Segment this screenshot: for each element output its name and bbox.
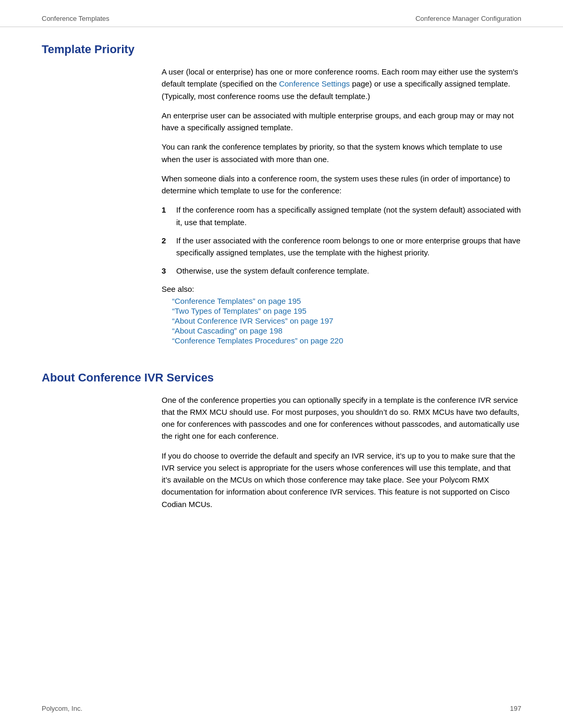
section1-right-col: A user (local or enterprise) has one or … (162, 66, 521, 352)
section2-title: About Conference IVR Services (42, 371, 521, 385)
see-also-link-5[interactable]: “Conference Templates Procedures” on pag… (172, 336, 343, 345)
page-footer: Polycom, Inc. 197 (0, 705, 563, 712)
section1-para4: When someone dials into a conference roo… (162, 172, 521, 197)
see-also-links: “Conference Templates” on page 195 “Two … (162, 297, 521, 345)
list-text-3: Otherwise, use the system default confer… (176, 265, 521, 277)
list-text-2: If the user associated with the conferen… (176, 235, 521, 259)
see-also-item-2: “Two Types of Templates” on page 195 (162, 306, 521, 315)
page-header: Conference Templates Conference Manager … (0, 0, 563, 27)
section2-para2: If you do choose to override the default… (162, 450, 521, 510)
footer-right: 197 (510, 705, 521, 712)
header-left: Conference Templates (42, 15, 109, 22)
see-also-item-4: “About Cascading” on page 198 (162, 326, 521, 335)
section1-ordered-list: 1 If the conference room has a specifica… (162, 204, 521, 277)
list-num-2: 2 (162, 235, 176, 259)
see-also-label: See also: (162, 285, 521, 293)
section2-right-col: One of the conference properties you can… (162, 394, 521, 517)
page-container: Conference Templates Conference Manager … (0, 0, 563, 728)
section1-left-col (42, 66, 162, 352)
list-num-3: 3 (162, 265, 176, 277)
footer-left: Polycom, Inc. (42, 705, 82, 712)
conference-settings-link[interactable]: Conference Settings (279, 79, 350, 88)
see-also-item-5: “Conference Templates Procedures” on pag… (162, 336, 521, 345)
list-num-1: 1 (162, 204, 176, 228)
section1-title: Template Priority (42, 43, 521, 56)
section1-para1: A user (local or enterprise) has one or … (162, 66, 521, 102)
see-also-item-1: “Conference Templates” on page 195 (162, 297, 521, 305)
list-text-1: If the conference room has a specificall… (176, 204, 521, 228)
main-content: Template Priority A user (local or enter… (0, 27, 563, 549)
see-also-link-2[interactable]: “Two Types of Templates” on page 195 (172, 306, 307, 315)
section1-para3: You can rank the conference templates by… (162, 141, 521, 165)
section1-layout: A user (local or enterprise) has one or … (42, 66, 521, 352)
section2-layout: One of the conference properties you can… (42, 394, 521, 517)
list-item-1: 1 If the conference room has a specifica… (162, 204, 521, 228)
see-also-link-1[interactable]: “Conference Templates” on page 195 (172, 297, 301, 305)
section2-para1: One of the conference properties you can… (162, 394, 521, 442)
list-item-3: 3 Otherwise, use the system default conf… (162, 265, 521, 277)
section2-left-col (42, 394, 162, 517)
section1-para2: An enterprise user can be associated wit… (162, 109, 521, 134)
list-item-2: 2 If the user associated with the confer… (162, 235, 521, 259)
see-also-item-3: “About Conference IVR Services” on page … (162, 316, 521, 325)
see-also-link-3[interactable]: “About Conference IVR Services” on page … (172, 316, 333, 325)
see-also-link-4[interactable]: “About Cascading” on page 198 (172, 326, 283, 335)
header-right: Conference Manager Configuration (415, 15, 521, 22)
